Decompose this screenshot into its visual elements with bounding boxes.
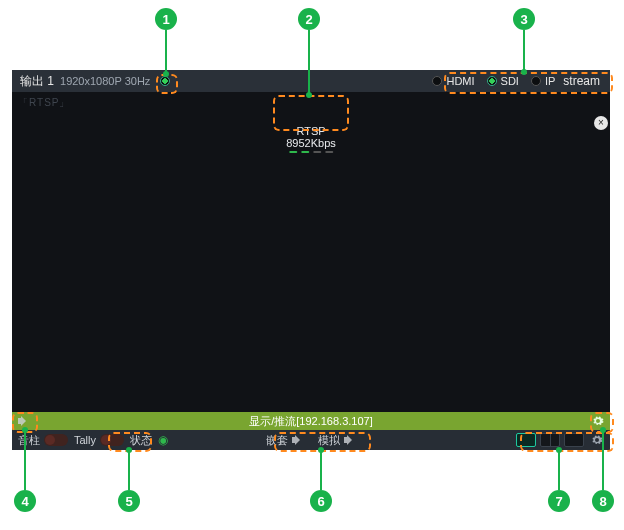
callout-marker-3: 3 [513, 8, 535, 30]
radio-icon [432, 76, 442, 86]
switch-icon [44, 434, 68, 446]
callout-marker-4: 4 [14, 490, 36, 512]
stream-target-label: 显示/推流[192.168.3.107] [249, 414, 373, 429]
rtsp-status-box: RTSP 8952Kbps [272, 122, 350, 156]
callout-marker-5: 5 [118, 490, 140, 512]
audio-embed-label: 嵌套 [266, 433, 288, 448]
output-signal-group: HDMI SDI IP stream [428, 74, 602, 88]
callout-leader [558, 450, 560, 490]
output-sdi-label: SDI [501, 75, 519, 87]
power-icon [160, 76, 170, 86]
gear-icon [592, 415, 604, 427]
output-resolution: 1920x1080P 30Hz [60, 75, 150, 87]
rtsp-bitrate-label: 8952Kbps [286, 137, 336, 149]
callout-leader [308, 30, 310, 95]
video-preview[interactable]: 「RTSP」 × RTSP 8952Kbps [12, 92, 610, 412]
tally-label: Tally [74, 434, 96, 446]
switch-icon [100, 434, 124, 446]
output-sdi-radio[interactable]: SDI [487, 75, 519, 87]
output-hdmi-label: HDMI [446, 75, 474, 87]
callout-leader [602, 430, 604, 490]
level-indicator-icon [325, 151, 333, 153]
output-hdmi-radio[interactable]: HDMI [432, 75, 474, 87]
level-indicator-icon [289, 151, 297, 153]
callout-marker-6: 6 [310, 490, 332, 512]
callout-leader [24, 430, 26, 490]
audio-embed-button[interactable]: 嵌套 [266, 433, 304, 448]
callout-leader [128, 450, 130, 490]
callout-marker-7: 7 [548, 490, 570, 512]
speaker-icon [344, 435, 356, 445]
layout-preset-group [516, 433, 604, 447]
tally-toggle[interactable]: Tally [74, 434, 124, 446]
callout-leader [320, 450, 322, 490]
callout-marker-8: 8 [592, 490, 614, 512]
callout-leader [165, 30, 167, 74]
audio-analog-label: 模拟 [318, 433, 340, 448]
protocol-corner-tag: 「RTSP」 [18, 96, 71, 110]
status-toggle[interactable]: 状态 ◉ [130, 433, 168, 448]
output-ip-radio[interactable]: IP [531, 75, 555, 87]
level-indicator-icon [313, 151, 321, 153]
callout-marker-1: 1 [155, 8, 177, 30]
status-label: 状态 [130, 433, 152, 448]
output-enable-toggle[interactable] [160, 76, 170, 86]
layout-preset-1[interactable] [516, 433, 536, 447]
output-footer: 音柱 Tally 状态 ◉ 嵌套 模拟 [12, 430, 610, 450]
rtsp-proto-label: RTSP [286, 125, 336, 137]
radio-icon [487, 76, 497, 86]
callout-leader [523, 30, 525, 72]
audio-meter-label: 音柱 [18, 433, 40, 448]
output-stream-label: stream [563, 74, 600, 88]
layout-preset-3[interactable] [564, 433, 584, 447]
level-indicator-icon [301, 151, 309, 153]
output-title: 输出 1 [20, 73, 54, 90]
radio-icon [531, 76, 541, 86]
stream-target-bar[interactable]: 显示/推流[192.168.3.107] [12, 412, 610, 430]
rtsp-indicator-row [286, 151, 336, 153]
output-panel: 输出 1 1920x1080P 30Hz HDMI SDI IP stream … [12, 70, 610, 450]
speaker-icon [18, 416, 30, 426]
layout-preset-2[interactable] [540, 433, 560, 447]
audio-analog-button[interactable]: 模拟 [318, 433, 356, 448]
output-ip-label: IP [545, 75, 555, 87]
audio-source-group: 嵌套 模拟 [266, 433, 356, 448]
speaker-icon [292, 435, 304, 445]
close-preview-button[interactable]: × [594, 116, 608, 130]
callout-marker-2: 2 [298, 8, 320, 30]
eye-icon: ◉ [158, 433, 168, 447]
